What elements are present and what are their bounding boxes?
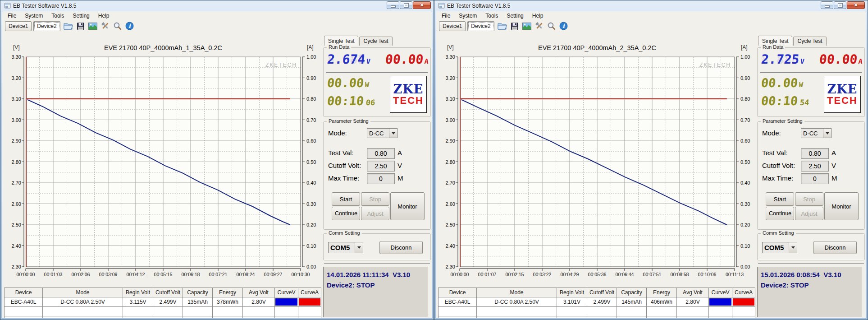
- power-display: 88.8800.00W: [327, 77, 370, 89]
- titlebar[interactable]: EB Tester Software V1.8.5 ✕: [0, 0, 434, 11]
- curve-a-swatch: [299, 298, 320, 306]
- minimize-button[interactable]: [821, 1, 833, 9]
- tab-device2[interactable]: Device2: [33, 21, 60, 31]
- open-folder-icon: [497, 22, 507, 30]
- test-val-unit: A: [397, 149, 402, 157]
- svg-text:0.90: 0.90: [306, 75, 316, 81]
- maximize-button[interactable]: [400, 1, 412, 9]
- col-begin-volt: Begin Volt: [123, 288, 153, 297]
- settings-tools-button[interactable]: [534, 21, 544, 31]
- client-area: File System Tools Setting Help Device1 D…: [2, 11, 432, 318]
- about-button[interactable]: i: [124, 21, 135, 31]
- svg-text:0.00: 0.00: [306, 264, 316, 269]
- open-file-button[interactable]: [496, 22, 508, 31]
- svg-text:00:04:29: 00:04:29: [561, 272, 579, 277]
- table-row-empty: [5, 316, 321, 319]
- test-val-label: Test Val:: [762, 149, 787, 157]
- toolbar: Device1 Device2 i: [2, 20, 432, 32]
- zoom-button[interactable]: [546, 21, 557, 31]
- maximize-button[interactable]: [834, 1, 846, 9]
- svg-text:0.90: 0.90: [740, 75, 750, 81]
- svg-text:00:10:30: 00:10:30: [292, 272, 310, 277]
- zoom-button[interactable]: [112, 21, 123, 31]
- tab-device1[interactable]: Device1: [5, 21, 32, 31]
- export-image-button[interactable]: [521, 22, 532, 30]
- mode-select[interactable]: D-CC: [801, 128, 831, 138]
- disconnect-button[interactable]: Disconn: [813, 241, 857, 254]
- about-button[interactable]: i: [558, 21, 569, 31]
- stop-button: Stop: [795, 192, 823, 206]
- current-display: 88.8800.00A: [818, 53, 863, 66]
- voltage-display: 8.8882.725V: [761, 53, 805, 66]
- cell-curve-v: [275, 297, 298, 307]
- col-energy: Energy: [647, 288, 677, 297]
- tools-icon: [101, 22, 110, 30]
- cell-curve-a: [732, 297, 755, 307]
- cutoff-volt-unit: V: [397, 162, 402, 169]
- com-port-select[interactable]: COM5: [762, 242, 797, 253]
- settings-tools-button[interactable]: [100, 21, 110, 31]
- tab-cycle-test[interactable]: Cycle Test: [793, 37, 826, 46]
- run-data-group: Run Data 8.8882.674V 88.8800.00A 88.8800…: [323, 47, 431, 117]
- save-icon: [77, 22, 85, 30]
- save-button[interactable]: [76, 22, 86, 31]
- chevron-down-icon[interactable]: [789, 242, 797, 253]
- start-button[interactable]: Start: [766, 192, 794, 206]
- cutoff-volt-input[interactable]: [367, 161, 395, 172]
- col-mode: Mode: [43, 288, 123, 297]
- save-icon: [511, 22, 519, 30]
- svg-text:EVE 21700 40P_4000mAh_1_35A_0.: EVE 21700 40P_4000mAh_1_35A_0.2C: [104, 44, 222, 51]
- test-val-input[interactable]: [801, 148, 829, 159]
- svg-text:00:04:12: 00:04:12: [127, 272, 145, 277]
- cutoff-volt-label: Cutoff Volt:: [328, 162, 361, 169]
- zketech-logo-top: ZKE: [827, 83, 858, 95]
- export-image-button[interactable]: [87, 22, 98, 30]
- monitor-button[interactable]: Monitor: [824, 192, 859, 220]
- close-button[interactable]: ✕: [413, 1, 431, 9]
- close-button[interactable]: ✕: [847, 1, 865, 9]
- tab-cycle-test[interactable]: Cycle Test: [359, 37, 392, 46]
- cell-curve-a: [298, 297, 321, 307]
- save-button[interactable]: [510, 22, 520, 31]
- svg-text:00:06:18: 00:06:18: [182, 272, 200, 277]
- svg-text:[A]: [A]: [307, 44, 314, 51]
- chevron-down-icon[interactable]: [823, 129, 831, 138]
- max-time-input[interactable]: [801, 173, 829, 184]
- cell-device: EBC-A40L: [439, 297, 477, 307]
- zketech-logo: ZKE TECH: [390, 76, 427, 113]
- max-time-input[interactable]: [367, 173, 395, 184]
- com-port-select[interactable]: COM5: [328, 242, 363, 253]
- svg-text:[A]: [A]: [741, 44, 748, 51]
- status-box: 15.01.2026 0:08:54 V3.10 Device2: STOP: [757, 267, 862, 317]
- test-val-input[interactable]: [367, 148, 395, 159]
- run-data-divider: [760, 72, 862, 73]
- tab-device2[interactable]: Device2: [467, 21, 494, 31]
- start-button[interactable]: Start: [332, 192, 360, 206]
- svg-text:[V]: [V]: [13, 44, 20, 51]
- monitor-button[interactable]: Monitor: [390, 192, 425, 220]
- chevron-down-icon[interactable]: [355, 242, 363, 253]
- svg-text:00:03:22: 00:03:22: [533, 272, 552, 277]
- continue-button[interactable]: Continue: [766, 207, 794, 220]
- col-mode: Mode: [477, 288, 557, 297]
- cutoff-volt-label: Cutoff Volt:: [762, 162, 795, 169]
- tab-device1[interactable]: Device1: [439, 21, 466, 31]
- open-file-button[interactable]: [62, 22, 74, 31]
- titlebar[interactable]: EB Tester Software V1.8.5 ✕: [434, 0, 868, 11]
- cutoff-volt-input[interactable]: [801, 161, 829, 172]
- disconnect-button[interactable]: Disconn: [379, 241, 423, 254]
- svg-text:00:01:03: 00:01:03: [44, 272, 63, 277]
- time-display: 88:8800:1054: [761, 95, 810, 107]
- mode-select[interactable]: D-CC: [367, 128, 397, 138]
- svg-text:2.40: 2.40: [12, 243, 21, 249]
- status-datetime: 15.01.2026 0:08:54 V3.10: [761, 269, 859, 280]
- minimize-button[interactable]: [387, 1, 399, 9]
- continue-button[interactable]: Continue: [332, 207, 360, 220]
- close-icon: ✕: [420, 3, 424, 8]
- zketech-logo: ZKE TECH: [824, 76, 861, 113]
- panel-separator: [758, 263, 864, 264]
- chevron-down-icon[interactable]: [389, 129, 397, 138]
- cell-curve-v: [709, 297, 732, 307]
- svg-text:0.30: 0.30: [306, 201, 316, 207]
- status-datetime: 14.01.2026 11:11:34 V3.10: [327, 269, 425, 280]
